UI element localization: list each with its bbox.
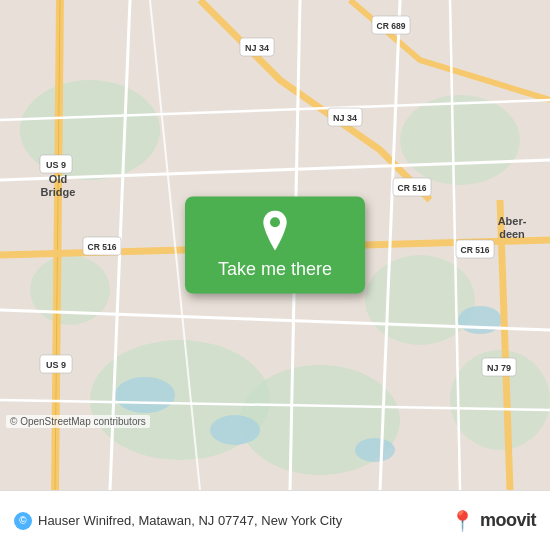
map-attribution: © OpenStreetMap contributors	[6, 415, 150, 428]
svg-point-5	[365, 255, 475, 345]
svg-text:Bridge: Bridge	[41, 186, 76, 198]
svg-text:CR 516: CR 516	[88, 242, 117, 252]
svg-point-8	[115, 377, 175, 413]
svg-text:Old: Old	[49, 173, 67, 185]
moovit-brand-name: moovit	[480, 510, 536, 531]
svg-text:Aber-: Aber-	[498, 215, 527, 227]
svg-text:CR 516: CR 516	[461, 245, 490, 255]
bottom-left: © Hauser Winifred, Matawan, NJ 07747, Ne…	[14, 512, 342, 530]
svg-text:NJ 79: NJ 79	[487, 363, 511, 373]
map-container: US 9 NJ 34 NJ 34 CR 516 CR 516 CR 689 CR…	[0, 0, 550, 490]
svg-point-11	[458, 306, 502, 334]
cta-overlay: Take me there	[185, 197, 365, 294]
address-text: Hauser Winifred, Matawan, NJ 07747, New …	[38, 513, 342, 528]
svg-text:CR 516: CR 516	[398, 183, 427, 193]
moovit-pin-icon: 📍	[450, 509, 475, 533]
attribution-text: © OpenStreetMap contributors	[10, 416, 146, 427]
take-me-there-button[interactable]: Take me there	[185, 197, 365, 294]
svg-point-9	[210, 415, 260, 445]
cta-label: Take me there	[218, 259, 332, 280]
moovit-logo: 📍 moovit	[450, 509, 536, 533]
svg-point-4	[400, 95, 520, 185]
svg-text:deen: deen	[499, 228, 525, 240]
svg-text:US 9: US 9	[46, 360, 66, 370]
svg-point-10	[355, 438, 395, 462]
svg-text:NJ 34: NJ 34	[333, 113, 357, 123]
svg-text:US 9: US 9	[46, 160, 66, 170]
svg-text:NJ 34: NJ 34	[245, 43, 269, 53]
svg-text:CR 689: CR 689	[377, 21, 406, 31]
location-pin-icon	[255, 211, 295, 251]
bottom-bar: © Hauser Winifred, Matawan, NJ 07747, Ne…	[0, 490, 550, 550]
svg-point-34	[270, 217, 280, 227]
osm-logo: ©	[14, 512, 32, 530]
